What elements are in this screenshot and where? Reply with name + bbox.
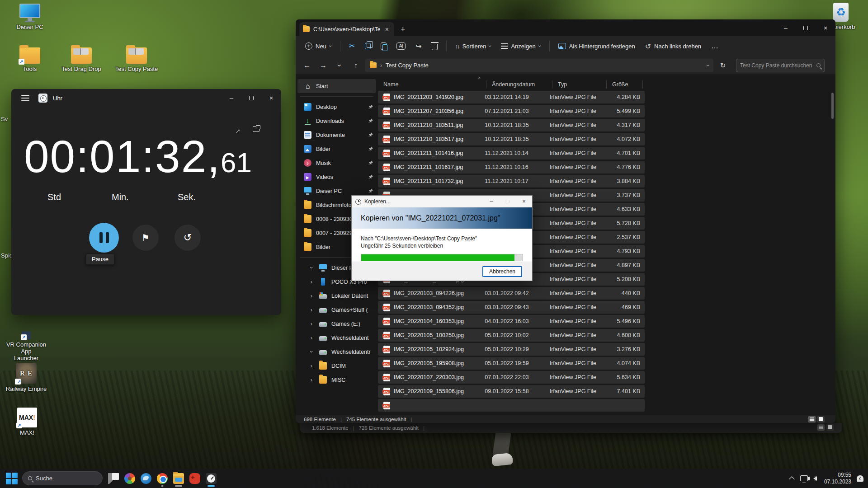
pause-button[interactable]: [89, 223, 119, 253]
file-row[interactable]: IMG_20220109_155806.jpg 09.01.2022 15:58…: [378, 385, 645, 398]
minimize-button[interactable]: –: [776, 19, 796, 36]
tree-chevron-icon[interactable]: ›: [308, 349, 315, 355]
view-button[interactable]: Anzeigen›: [497, 39, 544, 53]
desktop-icon-test-copy-paste[interactable]: Test Copy Paste: [115, 47, 158, 72]
file-row[interactable]: IMG_20220104_160353.jpg 04.01.2022 16:03…: [378, 315, 645, 328]
back-button[interactable]: ←: [300, 61, 314, 70]
breadcrumb[interactable]: › Test Copy Paste ›: [365, 59, 713, 72]
file-row[interactable]: IMG_20211203_141920.jpg 03.12.2021 14:19…: [378, 91, 645, 103]
scrollbar-thumb[interactable]: [831, 93, 834, 119]
taskbar-app-button[interactable]: [187, 470, 203, 487]
icons-view-toggle[interactable]: [817, 416, 825, 422]
desktop-icon-tools[interactable]: Tools: [8, 47, 52, 72]
sidebar-item[interactable]: Musik: [297, 156, 376, 170]
taskbar-app-button[interactable]: [170, 470, 187, 487]
desktop-icon-vr-companion[interactable]: VR Companion App Launcher: [1, 331, 52, 361]
file-row[interactable]: IMG_20220103_094226.jpg 03.01.2022 09:42…: [378, 287, 645, 300]
tree-chevron-icon[interactable]: ›: [308, 334, 315, 341]
volume-icon[interactable]: [813, 476, 817, 481]
desktop-icon-test-drag-drop[interactable]: Test Drag Drop: [60, 47, 103, 72]
share-button[interactable]: ↪: [411, 39, 425, 53]
tray-clock[interactable]: 09:55 07.10.2023: [824, 472, 851, 485]
file-row[interactable]: IMG_20220105_195908.jpg 05.01.2022 19:59…: [378, 357, 645, 370]
network-icon[interactable]: [800, 475, 808, 481]
start-button[interactable]: [6, 473, 18, 484]
tab-close-icon[interactable]: ×: [383, 26, 391, 33]
file-row[interactable]: IMG_20211211_101617.jpg 11.12.2021 10:16…: [378, 161, 645, 174]
hamburger-menu-icon[interactable]: [21, 93, 29, 103]
details-view-toggle[interactable]: [808, 416, 816, 422]
taskbar-app-button[interactable]: [122, 470, 138, 487]
reset-button[interactable]: ↺: [175, 225, 201, 251]
sidebar-item[interactable]: Videos: [297, 170, 376, 184]
maximize-button[interactable]: [796, 19, 816, 36]
file-row[interactable]: [378, 399, 645, 412]
file-row[interactable]: IMG_20220107_220303.jpg 07.01.2022 22:03…: [378, 371, 645, 384]
cancel-button[interactable]: Abbrechen: [482, 266, 522, 277]
tree-chevron-icon[interactable]: ›: [308, 278, 315, 285]
taskbar-app-button[interactable]: [105, 470, 122, 487]
copy-button[interactable]: [361, 40, 375, 52]
close-button[interactable]: ×: [516, 196, 532, 207]
sidebar-item[interactable]: Downloads: [297, 114, 376, 128]
sidebar-tree-item[interactable]: › Games+Stuff (: [297, 303, 376, 317]
file-row[interactable]: IMG_20220103_094352.jpg 03.01.2022 09:43…: [378, 301, 645, 314]
up-button[interactable]: ↑: [349, 61, 363, 70]
sidebar-tree-item[interactable]: › Wechseldatentr: [297, 345, 376, 359]
file-row[interactable]: IMG_20220105_102924.jpg 05.01.2022 10:29…: [378, 343, 645, 356]
column-header-size[interactable]: Größe: [607, 80, 643, 89]
tree-chevron-icon[interactable]: ›: [308, 265, 315, 271]
column-header-type[interactable]: Typ: [552, 80, 607, 89]
column-header-date[interactable]: Änderungsdatum: [486, 80, 552, 89]
sidebar-item[interactable]: Desktop: [297, 100, 376, 114]
tree-chevron-icon[interactable]: ›: [308, 362, 315, 369]
notification-bell-icon[interactable]: [857, 475, 863, 482]
cut-button[interactable]: ✂: [345, 40, 359, 52]
set-background-button[interactable]: Als Hintergrund festlegen: [554, 40, 639, 52]
vertical-scrollbar[interactable]: [831, 91, 834, 413]
lap-flag-button[interactable]: ⚑: [132, 225, 159, 251]
breadcrumb-folder[interactable]: Test Copy Paste: [386, 62, 429, 69]
file-row[interactable]: IMG_20211211_101732.jpg 11.12.2021 10:17…: [378, 175, 645, 188]
desktop-icon-railway-empire[interactable]: RE Railway Empire: [5, 363, 48, 392]
dialog-titlebar[interactable]: Kopieren... – □ ×: [352, 196, 532, 207]
desktop-icon-max[interactable]: MAX! MAX!: [5, 408, 49, 436]
rotate-left-button[interactable]: ↺ Nach links drehen: [641, 39, 705, 53]
sidebar-item[interactable]: Bilder: [297, 142, 376, 156]
tray-overflow-chevron-icon[interactable]: [789, 476, 795, 482]
sidebar-tree-item[interactable]: › Lokaler Datent: [297, 289, 376, 303]
address-dropdown-icon[interactable]: ›: [705, 65, 711, 66]
taskbar-app-button[interactable]: [138, 470, 154, 487]
file-row[interactable]: IMG_20211207_210356.jpg 07.12.2021 21:03…: [378, 105, 645, 117]
rename-button[interactable]: A|: [392, 40, 410, 52]
compact-overlay-icon[interactable]: [253, 126, 259, 132]
sidebar-item[interactable]: Dokumente: [297, 128, 376, 142]
maximize-button[interactable]: [241, 89, 261, 107]
paste-button[interactable]: [377, 40, 391, 52]
tree-chevron-icon[interactable]: ›: [308, 292, 315, 299]
new-tab-button[interactable]: +: [401, 25, 406, 34]
taskbar-app-button[interactable]: [203, 470, 219, 487]
sort-button[interactable]: ↑↓ Sortieren›: [451, 40, 495, 52]
sidebar-item-start[interactable]: Start: [297, 79, 376, 93]
details-view-toggle[interactable]: [817, 424, 825, 431]
more-options-button[interactable]: …: [707, 39, 723, 53]
taskbar-app-button[interactable]: [154, 470, 170, 487]
tree-chevron-icon[interactable]: ›: [308, 376, 315, 383]
minimize-button[interactable]: –: [483, 196, 500, 207]
refresh-button[interactable]: ↻: [716, 61, 730, 70]
close-button[interactable]: ×: [261, 89, 281, 107]
delete-button[interactable]: [428, 39, 442, 53]
file-row[interactable]: IMG_20220105_100250.jpg 05.01.2022 10:02…: [378, 329, 645, 342]
explorer-tab[interactable]: C:\Users\sven-\Desktop\Test ( ×: [299, 22, 394, 36]
sidebar-tree-item[interactable]: › Wechseldatent: [297, 331, 376, 345]
history-chevron-icon[interactable]: ›: [333, 61, 346, 70]
sidebar-tree-item[interactable]: › DCIM: [297, 359, 376, 373]
file-row[interactable]: IMG_20211210_183517.jpg 10.12.2021 18:35…: [378, 133, 645, 145]
clock-titlebar[interactable]: Uhr – ×: [11, 89, 281, 107]
column-header-name[interactable]: Name: [378, 80, 486, 89]
search-input[interactable]: Test Copy Paste durchsuchen: [736, 59, 825, 72]
file-row[interactable]: IMG_20211211_101416.jpg 11.12.2021 10:14…: [378, 147, 645, 160]
forward-button[interactable]: →: [316, 61, 330, 70]
sidebar-tree-item[interactable]: › MISC: [297, 373, 376, 387]
